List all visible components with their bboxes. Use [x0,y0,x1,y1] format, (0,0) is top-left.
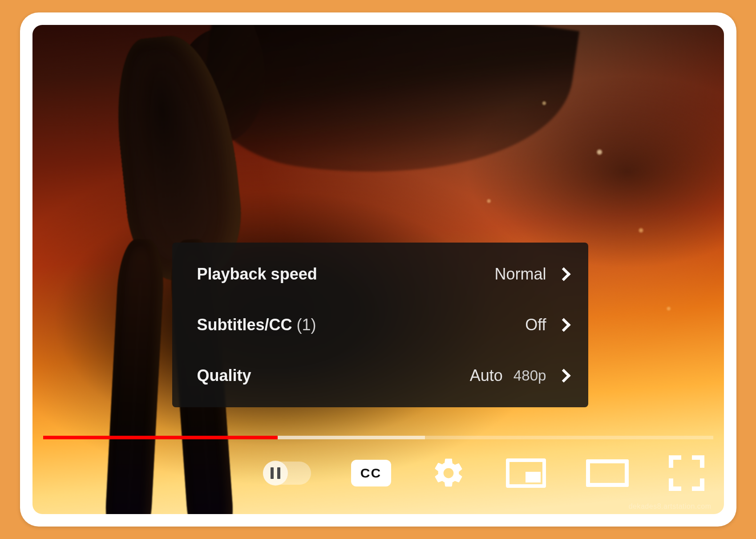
fullscreen-corner-icon [692,478,704,491]
pause-icon [271,467,280,479]
settings-quality-value: Auto [470,366,503,385]
player-controls: CC [43,446,713,500]
theater-mode-button[interactable] [586,459,629,487]
settings-quality-secondary: 480p [513,367,546,384]
chevron-right-icon [557,267,570,281]
video-player[interactable]: Playback speed Normal Subtitles/CC (1) O… [32,25,724,514]
autoplay-toggle-knob [263,461,288,486]
settings-subtitles-value: Off [525,316,546,334]
settings-subtitles-count: (1) [297,316,316,334]
fullscreen-corner-icon [669,478,681,491]
progress-played [43,436,278,439]
settings-subtitles-value-group: Off [525,316,568,334]
settings-quality[interactable]: Quality Auto 480p [172,350,588,401]
fullscreen-button[interactable] [669,455,704,491]
progress-bar[interactable] [43,436,713,439]
settings-menu: Playback speed Normal Subtitles/CC (1) O… [172,243,588,407]
watermark-text: dekades8.artstation.com [629,503,712,511]
settings-playback-speed-value-group: Normal [494,265,568,284]
captions-button[interactable]: CC [351,460,391,486]
miniplayer-button[interactable] [506,458,546,488]
settings-subtitles-label-group: Subtitles/CC (1) [197,316,316,334]
settings-quality-value-group: Auto 480p [470,366,569,385]
chevron-right-icon [557,318,570,332]
chevron-right-icon [557,369,570,382]
settings-subtitles-label: Subtitles/CC [197,316,292,334]
fullscreen-corner-icon [669,455,681,468]
outer-card: Playback speed Normal Subtitles/CC (1) O… [20,12,736,527]
settings-playback-speed-value: Normal [494,265,546,284]
settings-playback-speed[interactable]: Playback speed Normal [172,249,588,300]
gear-icon [431,456,466,490]
settings-playback-speed-label: Playback speed [197,265,317,284]
fullscreen-corner-icon [692,455,704,468]
settings-quality-label: Quality [197,366,251,385]
settings-subtitles[interactable]: Subtitles/CC (1) Off [172,300,588,350]
cc-icon-label: CC [360,466,381,481]
autoplay-toggle[interactable] [263,462,311,485]
settings-button[interactable] [431,456,466,490]
